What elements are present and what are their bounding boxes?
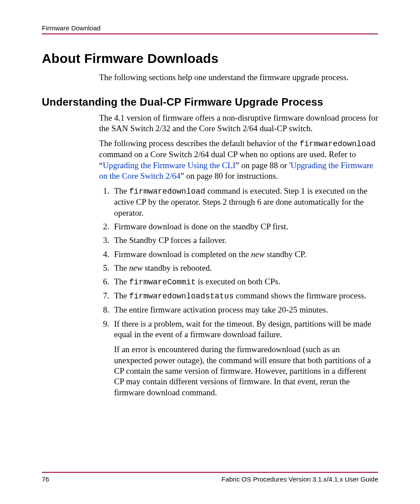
body-block: The 4.1 version of firmware offers a non… (99, 113, 378, 398)
text: The (114, 263, 129, 272)
code-firmwaredownload: firmwaredownload (299, 140, 376, 148)
header-rule (42, 33, 378, 34)
footer: 76 Fabric OS Procedures Version 3.1.x/4.… (42, 472, 378, 483)
paragraph-1: The 4.1 version of firmware offers a non… (99, 113, 378, 134)
text: The (114, 186, 129, 195)
page: Firmware Download About Firmware Downloa… (0, 0, 420, 504)
link-upgrading-cli[interactable]: Upgrading the Firmware Using the CLI (103, 161, 235, 170)
text: ” on page 80 for instructions. (181, 171, 278, 180)
footer-title: Fabric OS Procedures Version 3.1.x/4.1.x… (221, 475, 378, 483)
heading-1: About Firmware Downloads (42, 51, 378, 66)
code-firmwarecommit: firmwareCommit (129, 278, 195, 287)
text: ” on page 88 or ' (236, 161, 291, 170)
text: standby CP. (265, 250, 306, 259)
paragraph-2: The following process describes the defa… (99, 138, 378, 181)
text: The (114, 277, 129, 286)
step-5: The new standby is rebooted. (111, 263, 378, 273)
code-firmwaredownload: firmwaredownload (129, 187, 205, 196)
step-2: Firmware download is done on the standby… (111, 221, 378, 232)
emphasis-new: new (251, 250, 265, 259)
intro-paragraph: The following sections help one understa… (99, 72, 378, 83)
step-1: The firmwaredownload command is executed… (111, 186, 378, 218)
after-list-paragraph: If an error is encountered during the fi… (114, 344, 378, 398)
footer-rule (42, 472, 378, 473)
emphasis-new: new (129, 263, 143, 272)
text: is executed on both CPs. (196, 277, 280, 286)
step-9: If there is a problem, wait for the time… (111, 319, 378, 340)
step-6: The firmwareCommit is executed on both C… (111, 276, 378, 287)
text: command shows the firmware process. (234, 291, 366, 300)
text: standby is rebooted. (143, 263, 212, 272)
text: The following process describes the defa… (99, 139, 299, 148)
code-firmwaredownloadstatus: firmwaredownloadstatus (129, 292, 234, 301)
running-header: Firmware Download (42, 24, 378, 32)
step-8: The entire firmware activation process m… (111, 305, 378, 315)
text: The (114, 291, 129, 300)
footer-row: 76 Fabric OS Procedures Version 3.1.x/4.… (42, 475, 378, 483)
step-7: The firmwaredownloadstatus command shows… (111, 291, 378, 302)
text: Firmware download is completed on the (114, 250, 251, 259)
heading-2: Understanding the Dual-CP Firmware Upgra… (42, 96, 378, 108)
ordered-steps: The firmwaredownload command is executed… (99, 186, 378, 340)
page-number: 76 (42, 475, 49, 483)
step-3: The Standby CP forces a failover. (111, 235, 378, 246)
step-4: Firmware download is completed on the ne… (111, 249, 378, 260)
